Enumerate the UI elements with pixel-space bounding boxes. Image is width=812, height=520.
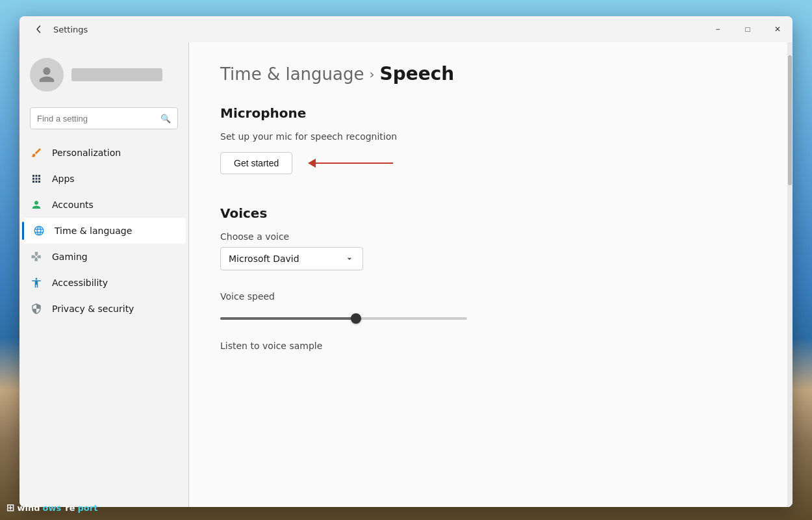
maximize-button[interactable]: □ [733,16,763,42]
shield-icon [30,302,43,315]
user-section [19,53,188,105]
speed-section: Voice speed [220,291,761,325]
close-button[interactable]: ✕ [763,16,793,42]
settings-window: Settings − □ ✕ 🔍 [19,16,793,507]
privacy-security-label: Privacy & security [52,304,134,314]
port-text: port [78,503,98,513]
sidebar-item-time-language[interactable]: Time & language [22,218,186,244]
minimize-button[interactable]: − [703,16,733,42]
slider-track [220,317,467,320]
voice-speed-slider[interactable] [220,312,467,325]
arrow-annotation [308,159,393,168]
search-container: 🔍 [19,105,188,140]
windows-report-watermark: ⊞ windows report [6,502,97,514]
right-panel: Time & language › Speech Microphone Set … [189,42,793,507]
apps-icon [30,172,43,185]
listen-section: Listen to voice sample [220,341,761,351]
windows-text: wind [18,503,40,513]
avatar [30,58,64,92]
voice-selected-value: Microsoft David [229,254,299,264]
apps-label: Apps [52,174,75,184]
accessibility-icon [30,276,43,289]
breadcrumb-parent: Time & language [220,64,364,84]
user-name-placeholder [71,68,162,81]
sidebar-item-accessibility[interactable]: Accessibility [19,270,188,296]
window-title: Settings [53,25,88,34]
accounts-label: Accounts [52,200,94,210]
listen-label: Listen to voice sample [220,341,761,351]
ows-text: ows [43,503,62,513]
time-language-label: Time & language [55,226,132,236]
scrollbar-thumb[interactable] [788,55,792,185]
back-button[interactable] [30,20,48,38]
search-box[interactable]: 🔍 [30,107,178,129]
accounts-icon [30,198,43,211]
sidebar-item-apps[interactable]: Apps [19,166,188,192]
microphone-desc: Set up your mic for speech recognition [220,131,761,142]
slider-fill [220,317,356,320]
window-controls: − □ ✕ [703,16,793,42]
breadcrumb: Time & language › Speech [220,63,761,84]
globe-icon [32,224,45,237]
voice-speed-label: Voice speed [220,291,761,302]
gaming-label: Gaming [52,252,88,262]
gamepad-icon [30,250,43,263]
sidebar-item-gaming[interactable]: Gaming [19,244,188,270]
microphone-section: Microphone Set up your mic for speech re… [220,105,761,205]
voice-select[interactable]: Microsoft David [220,247,363,270]
windows-logo-icon: ⊞ [6,502,15,514]
choose-voice-label: Choose a voice [220,231,761,242]
personalization-label: Personalization [52,148,121,158]
microphone-section-title: Microphone [220,105,761,121]
voices-section-title: Voices [220,205,761,221]
get-started-row: Get started [220,152,761,174]
slider-thumb[interactable] [351,313,361,324]
search-input[interactable] [37,114,155,124]
user-icon [38,66,56,84]
sidebar-item-accounts[interactable]: Accounts [19,192,188,218]
search-icon: 🔍 [160,114,171,124]
chevron-down-icon [344,254,355,264]
sidebar-item-privacy-security[interactable]: Privacy & security [19,296,188,322]
get-started-button[interactable]: Get started [220,152,292,174]
breadcrumb-chevron: › [369,66,374,82]
report-text: re [65,503,75,513]
sidebar-item-personalization[interactable]: Personalization [19,140,188,166]
brush-icon [30,146,43,159]
scrollbar-track[interactable] [787,42,793,507]
arrow-line [315,162,393,164]
sidebar: 🔍 Personalization Apps [19,42,188,507]
voices-section: Voices Choose a voice Microsoft David [220,205,761,270]
title-bar: Settings − □ ✕ [19,16,793,42]
breadcrumb-current: Speech [379,63,454,84]
main-content: 🔍 Personalization Apps [19,42,793,507]
accessibility-label: Accessibility [52,278,108,288]
